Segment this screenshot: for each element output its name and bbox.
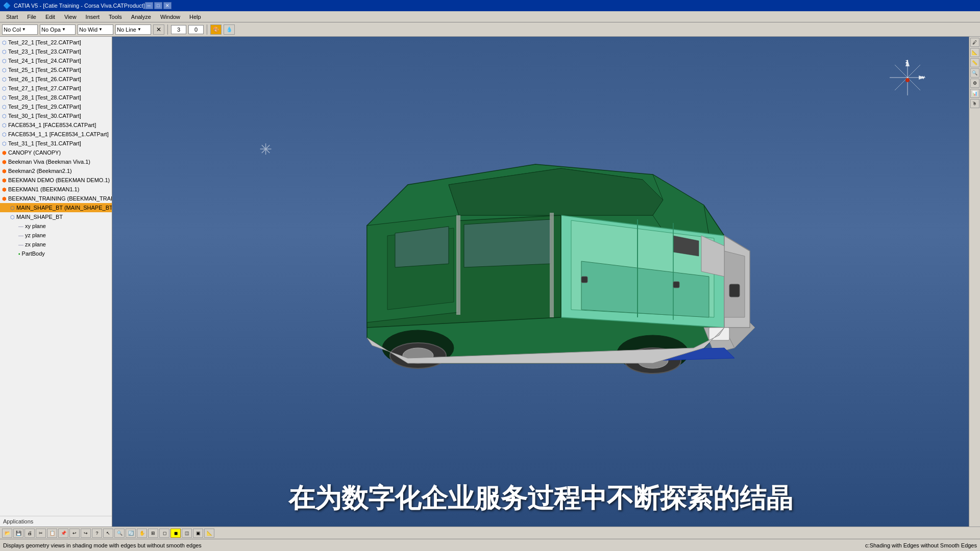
tree-view: ⬡Test_22_1 [Test_22.CATPart]⬡Test_23_1 [… (0, 37, 112, 516)
tree-label-face8534: FACE8534_1 [FACE8534.CATPart] (8, 122, 96, 128)
menu-item-help[interactable]: Help (185, 13, 205, 21)
color-dropdown[interactable]: No Col ▼ (2, 24, 38, 35)
car-body-group (367, 164, 755, 373)
bottom-btn-cut[interactable]: ✂ (36, 529, 46, 538)
toolbar: No Col ▼ No Opa ▼ No Wid ▼ No Line ▼ ✕ 🎨… (0, 22, 980, 37)
tree-item-t24[interactable]: ⬡Test_24_1 [Test_24.CATPart] (0, 56, 112, 65)
right-btn-2[interactable]: 📐 (970, 48, 979, 57)
tree-icon-t27: ⬡ (2, 86, 7, 91)
tree-item-main_shape_bt[interactable]: ⬡MAIN_SHAPE_BT (0, 212, 112, 221)
tree-item-t28[interactable]: ⬡Test_28_1 [Test_28.CATPart] (0, 93, 112, 102)
svg-text:Y: Y (922, 75, 925, 80)
minimize-btn[interactable]: ─ (145, 2, 153, 9)
bottom-btn-print[interactable]: 🖨 (24, 529, 35, 538)
tree-item-t30[interactable]: ⬡Test_30_1 [Test_30.CATPart] (0, 111, 112, 120)
bottom-btn-wire[interactable]: ◫ (182, 529, 192, 538)
tree-item-yz_plane[interactable]: —yz plane (0, 231, 112, 240)
menu-item-tools[interactable]: Tools (105, 13, 126, 21)
tree-item-face8534[interactable]: ⬡FACE8534_1 [FACE8534.CATPart] (0, 120, 112, 130)
tree-item-partbody[interactable]: ▪PartBody (0, 249, 112, 258)
menu-item-window[interactable]: Window (156, 13, 184, 21)
value2-input[interactable] (188, 25, 204, 34)
tree-item-beekman_demo[interactable]: ⬢BEEKMAN DEMO (BEEKMAN DEMO.1) (0, 176, 112, 185)
subtitle-text: 在为数字化企业服务过程中不断探索的结晶 (112, 481, 969, 516)
tree-item-canopy[interactable]: ⬢CANOPY (CANOPY) (0, 148, 112, 157)
value1-input[interactable] (171, 25, 186, 34)
bottom-btn-meas[interactable]: 📐 (204, 529, 214, 538)
tree-label-xy_plane: xy plane (25, 223, 46, 229)
tree-item-face8534_1[interactable]: ⬡FACE8534_1_1 [FACE8534_1.CATPart] (0, 130, 112, 139)
tree-label-yz_plane: yz plane (25, 232, 46, 238)
tree-icon-t22: ⬡ (2, 40, 7, 45)
maximize-btn[interactable]: □ (154, 2, 162, 9)
width-dropdown[interactable]: No Wid ▼ (78, 24, 113, 35)
tree-item-t31[interactable]: ⬡Test_31_1 [Test_31.CATPart] (0, 139, 112, 148)
line-dropdown[interactable]: No Line ▼ (115, 24, 151, 35)
bottom-btn-redo[interactable]: ↪ (81, 529, 91, 538)
bottom-btn-view1[interactable]: ◻ (159, 529, 169, 538)
tree-item-xy_plane[interactable]: —xy plane (0, 221, 112, 231)
bottom-btn-copy[interactable]: 📋 (47, 529, 57, 538)
tree-icon-zx_plane: — (18, 242, 23, 247)
menu-item-file[interactable]: File (23, 13, 40, 21)
tree-icon-yz_plane: — (18, 233, 23, 238)
applications-label: Applications (0, 516, 112, 527)
bottom-btn-select[interactable]: ↖ (103, 529, 113, 538)
bottom-btn-rotate[interactable]: 🔄 (126, 529, 136, 538)
tree-label-t29: Test_29_1 [Test_29.CATPart] (8, 104, 81, 110)
right-btn-7[interactable]: 🖱 (970, 99, 979, 108)
menu-item-view[interactable]: View (60, 13, 81, 21)
tree-item-beekman_viva[interactable]: ⬢Beekman Viva (Beekman Viva.1) (0, 157, 112, 166)
tree-item-t22[interactable]: ⬡Test_22_1 [Test_22.CATPart] (0, 38, 112, 47)
title-text: CATIA V5 - [Catie Training - Corsa Viva.… (14, 3, 145, 9)
right-btn-6[interactable]: 📊 (970, 89, 979, 98)
tree-icon-beekman_viva: ⬢ (2, 159, 7, 165)
right-btn-4[interactable]: 🔍 (970, 68, 979, 78)
tree-item-t27[interactable]: ⬡Test_27_1 [Test_27.CATPart] (0, 84, 112, 93)
tree-item-t25[interactable]: ⬡Test_25_1 [Test_25.CATPart] (0, 65, 112, 74)
status-bar: Displays geometry views in shading mode … (0, 539, 980, 551)
opacity-dropdown[interactable]: No Opa ▼ (40, 24, 76, 35)
tree-item-t23[interactable]: ⬡Test_23_1 [Test_23.CATPart] (0, 47, 112, 56)
tree-label-t25: Test_25_1 [Test_25.CATPart] (8, 67, 81, 73)
right-btn-3[interactable]: 📏 (970, 58, 979, 67)
close-btn[interactable]: ✕ (163, 2, 172, 9)
right-toolbar: 🖊 📐 📏 🔍 ⚙ 📊 🖱 (969, 37, 980, 527)
tree-item-main_shape_bt_sel[interactable]: ⬡MAIN_SHAPE_BT (MAIN_SHAPE_BT.1) (0, 203, 112, 212)
tree-icon-main_shape_bt: ⬡ (10, 214, 15, 220)
line-label: No Line (117, 27, 136, 33)
bottom-btn-save[interactable]: 💾 (13, 529, 23, 538)
color-pick-btn[interactable]: 🎨 (210, 24, 222, 35)
tree-item-t29[interactable]: ⬡Test_29_1 [Test_29.CATPart] (0, 102, 112, 111)
tree-label-main_shape_bt_sel: MAIN_SHAPE_BT (MAIN_SHAPE_BT.1) (16, 205, 112, 211)
right-btn-5[interactable]: ⚙ (970, 79, 979, 88)
bottom-btn-fit[interactable]: ⊞ (148, 529, 158, 538)
bottom-btn-hidden[interactable]: ▣ (193, 529, 203, 538)
bottom-btn-undo[interactable]: ↩ (69, 529, 80, 538)
menu-item-edit[interactable]: Edit (41, 13, 59, 21)
tree-item-beekman1[interactable]: ⬢BEEKMAN1 (BEEKMAN1.1) (0, 185, 112, 194)
separator2 (207, 24, 207, 35)
tree-icon-partbody: ▪ (18, 251, 20, 257)
width-label: No Wid (79, 27, 97, 33)
bottom-btn-shading[interactable]: ◼ (170, 529, 181, 538)
menu-item-analyze[interactable]: Analyze (127, 13, 155, 21)
bottom-btn-pan[interactable]: ✋ (137, 529, 147, 538)
dropper-btn[interactable]: 💧 (224, 24, 235, 35)
tree-icon-t31: ⬡ (2, 141, 7, 146)
right-btn-1[interactable]: 🖊 (970, 38, 979, 47)
clear-btn[interactable]: ✕ (153, 24, 164, 35)
tree-item-beekman_training[interactable]: ⬢BEEKMAN_TRAINING (BEEKMAN_TRAINING.1) (0, 194, 112, 203)
bottom-btn-open[interactable]: 📂 (2, 529, 12, 538)
tree-item-beekman2[interactable]: ⬢Beekman2 (Beekman2.1) (0, 166, 112, 176)
menu-item-insert[interactable]: Insert (82, 13, 104, 21)
tree-item-t26[interactable]: ⬡Test_26_1 [Test_26.CATPart] (0, 74, 112, 84)
bottom-btn-paste[interactable]: 📌 (58, 529, 68, 538)
tree-icon-face8534: ⬡ (2, 122, 7, 128)
3d-viewport[interactable]: ✳ Z Y (112, 37, 969, 527)
bottom-btn-zoom[interactable]: 🔍 (114, 529, 125, 538)
bottom-btn-help[interactable]: ? (92, 529, 102, 538)
menu-item-start[interactable]: Start (2, 13, 22, 21)
tree-item-zx_plane[interactable]: —zx plane (0, 240, 112, 249)
tree-label-beekman_viva: Beekman Viva (Beekman Viva.1) (8, 159, 90, 165)
